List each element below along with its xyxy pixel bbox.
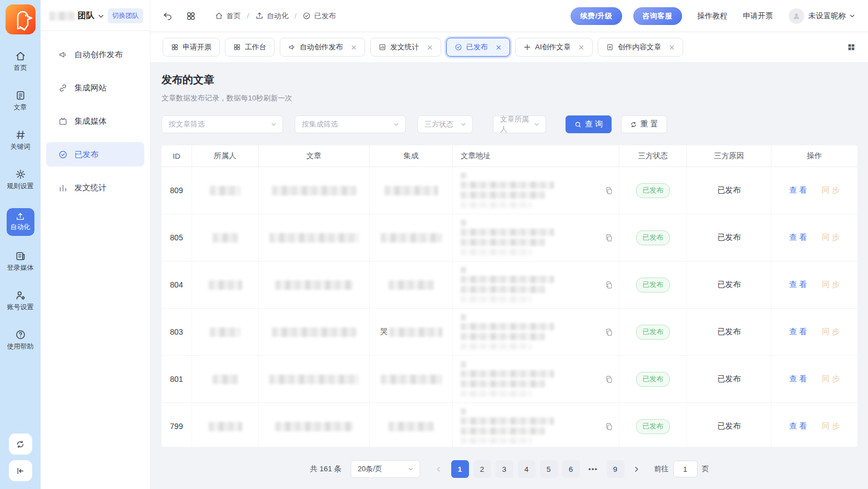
redacted-url-line [461, 427, 545, 435]
user-nickname[interactable]: 未设置昵称 [809, 11, 856, 21]
copy-url-button[interactable] [605, 328, 613, 336]
close-icon[interactable] [427, 44, 433, 51]
redacted-url-line [461, 276, 554, 283]
avatar[interactable] [789, 8, 804, 24]
copy-url-button[interactable] [605, 186, 613, 195]
page-button-1[interactable]: 1 [451, 460, 469, 478]
more-pages-button[interactable]: ••• [584, 460, 602, 478]
sync-link[interactable]: 同 步 [822, 374, 840, 384]
sidebar-item-auto-create-publish[interactable]: 自动创作发布 [46, 42, 144, 67]
page-button-2[interactable]: 2 [473, 460, 491, 478]
page-size-select[interactable]: 20条/页 [351, 460, 420, 478]
team-row[interactable]: 团队 切换团队 [41, 0, 150, 31]
table-row: 805 [162, 214, 857, 261]
goto-unit: 页 [702, 464, 709, 474]
prev-page-button[interactable] [431, 460, 447, 478]
tab-auto-create-publish[interactable]: 自动创作发布 [280, 38, 365, 57]
sidebar-item-integrated-websites[interactable]: 集成网站 [46, 75, 144, 100]
tab-ai-create-article[interactable]: AI创作文章 [515, 38, 593, 57]
apps-menu-button[interactable] [186, 11, 196, 21]
view-link[interactable]: 查 看 [789, 280, 807, 290]
rail-item-login-media[interactable]: 登录媒体 [7, 250, 34, 273]
search-button[interactable]: 查 询 [566, 115, 612, 133]
layout-grid-button[interactable] [847, 43, 856, 52]
chevron-down-icon [270, 121, 277, 128]
rail-item-rules[interactable]: 规则设置 [7, 169, 34, 191]
invoice-link[interactable]: 申请开票 [743, 11, 773, 21]
copy-url-button[interactable] [605, 422, 613, 431]
redacted-url-line [461, 286, 545, 293]
cell-actions: 查 看 同 步 [771, 214, 857, 261]
breadcrumb-published[interactable]: 已发布 [302, 11, 336, 21]
close-icon[interactable] [351, 44, 357, 51]
sync-link[interactable]: 同 步 [822, 233, 840, 243]
search-button-label: 查 询 [585, 119, 603, 129]
cell-article [259, 403, 370, 447]
cell-id: 803 [162, 309, 192, 355]
upload-icon [255, 12, 264, 20]
close-icon[interactable] [496, 44, 502, 51]
tab-invoice[interactable]: 申请开票 [163, 38, 220, 57]
copy-url-button[interactable] [605, 375, 613, 384]
view-link[interactable]: 查 看 [789, 327, 807, 337]
col-header-id: ID [162, 145, 192, 167]
collapse-sidebar-button[interactable] [9, 460, 32, 481]
back-button[interactable] [163, 11, 173, 21]
page-button-6[interactable]: 6 [562, 460, 580, 478]
tutorial-link[interactable]: 操作教程 [698, 11, 728, 21]
sync-link[interactable]: 同 步 [822, 421, 840, 431]
page-button-4[interactable]: 4 [518, 460, 536, 478]
rail-item-help[interactable]: 使用帮助 [7, 329, 34, 351]
breadcrumb-home[interactable]: 首页 [215, 11, 241, 21]
switch-team-button[interactable]: 切换团队 [108, 8, 143, 23]
sidebar-item-published[interactable]: 已发布 [46, 142, 144, 167]
sync-link[interactable]: 同 步 [822, 185, 840, 195]
next-page-button[interactable] [629, 460, 644, 478]
cell-integration [370, 356, 453, 402]
view-link[interactable]: 查 看 [789, 421, 807, 431]
tab-created-content-article[interactable]: 创作内容文章 [598, 38, 683, 57]
copy-url-button[interactable] [605, 281, 613, 289]
grid-icon [233, 43, 241, 51]
col-header-actions: 操作 [771, 145, 857, 167]
copy-url-button[interactable] [605, 234, 613, 242]
third-party-status-select[interactable]: 三方状态 [417, 115, 473, 133]
app-logo[interactable] [5, 4, 36, 35]
page-button-3[interactable]: 3 [496, 460, 513, 478]
page-button-5[interactable]: 5 [540, 460, 558, 478]
tab-workbench[interactable]: 工作台 [225, 38, 275, 57]
sidebar-item-integrated-media[interactable]: 集成媒体 [46, 109, 144, 133]
rail-item-account-settings[interactable]: 账号设置 [7, 290, 34, 312]
copy-icon [605, 328, 613, 336]
view-link[interactable]: 查 看 [789, 233, 807, 243]
sync-link[interactable]: 同 步 [822, 327, 840, 337]
rail-item-automation[interactable]: 自动化 [7, 208, 34, 236]
page-button-9[interactable]: 9 [607, 460, 624, 478]
sync-link[interactable]: 同 步 [822, 280, 840, 290]
tab-publish-stats[interactable]: 发文统计 [370, 38, 441, 57]
goto-page-input[interactable] [673, 461, 698, 477]
breadcrumb-automation[interactable]: 自动化 [255, 11, 289, 21]
redacted-url [461, 267, 600, 303]
redacted-owner [209, 422, 242, 431]
refresh-button[interactable] [9, 433, 32, 455]
renew-upgrade-button[interactable]: 续费/升级 [571, 7, 622, 25]
integration-filter-select[interactable]: 按集成筛选 [295, 115, 406, 133]
view-link[interactable]: 查 看 [789, 374, 807, 384]
tab-published[interactable]: 已发布 [446, 38, 510, 57]
close-icon[interactable] [578, 44, 584, 51]
rail-item-label: 使用帮助 [7, 342, 34, 351]
sidebar-item-publish-stats[interactable]: 发文统计 [46, 175, 144, 200]
reset-button[interactable]: 重 置 [621, 115, 667, 133]
cell-article [259, 167, 370, 214]
rail-item-keywords[interactable]: 关键词 [11, 129, 31, 152]
close-icon[interactable] [669, 44, 675, 51]
article-filter-select[interactable]: 按文章筛选 [162, 115, 283, 133]
rail-item-home[interactable]: 首页 [14, 51, 27, 73]
status-badge: 已发布 [636, 325, 670, 340]
customer-service-button[interactable]: 咨询客服 [633, 7, 682, 25]
view-link[interactable]: 查 看 [789, 185, 807, 195]
article-owner-select[interactable]: 文章所属人 [493, 115, 546, 133]
rail-item-articles[interactable]: 文章 [14, 90, 27, 112]
redacted-url-line [461, 370, 554, 377]
